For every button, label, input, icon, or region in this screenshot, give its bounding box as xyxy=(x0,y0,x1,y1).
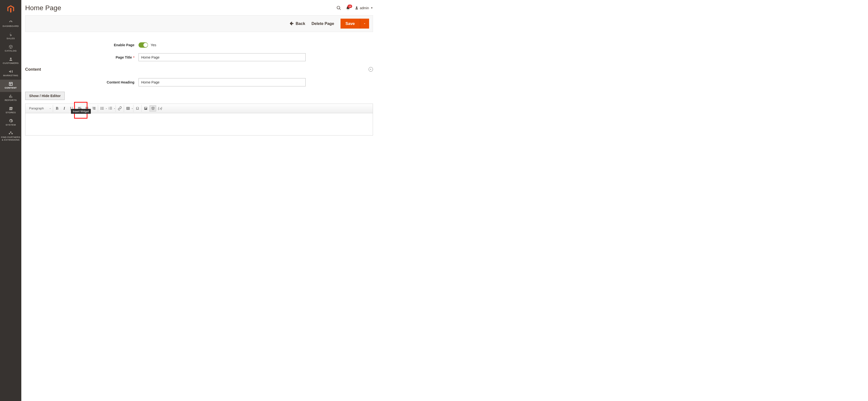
action-bar: Back Delete Page Save xyxy=(25,15,373,32)
sidebar-item-reports[interactable]: REPORTS xyxy=(0,92,21,104)
svg-rect-5 xyxy=(102,109,104,110)
enable-page-toggle[interactable] xyxy=(138,42,148,48)
sidebar-item-content[interactable]: CONTENT xyxy=(0,79,21,92)
delete-page-button[interactable]: Delete Page xyxy=(311,21,334,26)
save-button-group: Save xyxy=(341,19,369,29)
sidebar-item-customers[interactable]: CUSTOMERS xyxy=(0,55,21,67)
user-name: admin xyxy=(360,6,369,10)
chevron-down-icon: ▼ xyxy=(371,6,373,9)
chevron-down-icon xyxy=(50,108,51,109)
megaphone-icon xyxy=(0,69,21,74)
chart-icon xyxy=(0,94,21,99)
content-heading-label: Content Heading xyxy=(25,80,139,84)
sidebar-item-label: SALES xyxy=(0,37,21,40)
required-marker: * xyxy=(133,56,134,59)
show-hide-editor-button[interactable]: Show / Hide Editor xyxy=(25,92,65,100)
image-icon xyxy=(144,106,148,110)
dollar-icon xyxy=(0,32,21,37)
svg-point-0 xyxy=(100,107,101,108)
table-button[interactable] xyxy=(125,105,131,111)
store-icon xyxy=(0,106,21,111)
table-icon xyxy=(126,106,130,110)
user-menu[interactable]: admin ▼ xyxy=(354,6,373,10)
sidebar-item-catalog[interactable]: CATALOG xyxy=(0,43,21,55)
content-section-header[interactable]: Content xyxy=(25,67,373,72)
blocks-icon xyxy=(0,131,21,136)
insert-widget-button[interactable] xyxy=(149,105,156,111)
save-button[interactable]: Save xyxy=(341,19,360,29)
svg-rect-3 xyxy=(102,108,104,108)
insert-variable-button[interactable]: {𝑥} xyxy=(157,105,163,111)
chevron-down-icon[interactable] xyxy=(114,108,115,109)
header-actions: 13 admin ▼ xyxy=(336,6,373,10)
form-area: Enable Page Yes Page Title* Content Cont… xyxy=(25,32,373,140)
sidebar-item-label: CONTENT xyxy=(0,87,21,89)
enable-page-row: Enable Page Yes xyxy=(25,42,373,48)
paragraph-format-select[interactable]: Paragraph xyxy=(27,106,52,111)
bullet-list-button[interactable] xyxy=(99,105,105,111)
page-title-label: Page Title* xyxy=(25,56,139,59)
insert-image-button[interactable] xyxy=(143,105,149,111)
svg-point-4 xyxy=(100,109,101,110)
special-char-button[interactable]: Ω xyxy=(134,105,141,111)
user-icon xyxy=(354,6,359,10)
widget-icon xyxy=(151,106,155,110)
box-icon xyxy=(0,44,21,49)
notification-badge: 13 xyxy=(347,5,352,8)
svg-rect-11 xyxy=(110,109,112,109)
collapse-button[interactable] xyxy=(369,67,373,71)
sidebar-item-find-partners[interactable]: FIND PARTNERS & EXTENSIONS xyxy=(0,129,21,144)
sidebar-item-marketing[interactable]: MARKETING xyxy=(0,67,21,79)
svg-text:3: 3 xyxy=(109,109,110,110)
page-title: Home Page xyxy=(25,4,61,12)
page-header: Home Page 13 admin ▼ xyxy=(25,0,373,15)
chevron-down-icon[interactable] xyxy=(106,108,107,109)
chevron-up-icon xyxy=(370,68,372,70)
sidebar-item-stores[interactable]: STORES xyxy=(0,104,21,116)
sidebar-item-label: STORES xyxy=(0,111,21,114)
svg-point-2 xyxy=(100,108,101,109)
chevron-down-icon[interactable] xyxy=(132,108,133,109)
wysiwyg-editor: Paragraph B I U 123 xyxy=(25,104,373,135)
bold-button[interactable]: B xyxy=(54,105,61,111)
arrow-left-icon xyxy=(289,21,294,26)
sidebar-item-label: REPORTS xyxy=(0,99,21,102)
sidebar-item-label: SYSTEM xyxy=(0,124,21,126)
sidebar-item-sales[interactable]: SALES xyxy=(0,30,21,43)
notifications-button[interactable]: 13 xyxy=(346,6,350,10)
sidebar-item-label: CATALOG xyxy=(0,49,21,52)
save-dropdown-button[interactable] xyxy=(360,19,369,29)
sidebar-item-system[interactable]: SYSTEM xyxy=(0,116,21,129)
content-heading-row: Content Heading xyxy=(25,78,373,87)
search-icon xyxy=(336,6,341,10)
italic-button[interactable]: I xyxy=(61,105,68,111)
search-button[interactable] xyxy=(336,6,341,10)
back-button[interactable]: Back xyxy=(289,21,305,26)
svg-rect-1 xyxy=(102,107,104,107)
chevron-down-icon xyxy=(363,22,366,25)
bullet-list-icon xyxy=(100,106,104,110)
sidebar-item-label: MARKETING xyxy=(0,74,21,77)
gear-icon xyxy=(0,119,21,123)
page-title-row: Page Title* xyxy=(25,53,373,62)
main-content: Home Page 13 admin ▼ Back Delete Page xyxy=(21,0,377,140)
numbered-list-icon: 123 xyxy=(108,106,113,110)
layout-icon xyxy=(0,81,21,86)
sidebar-item-label: CUSTOMERS xyxy=(0,62,21,65)
admin-sidebar: DASHBOARD SALES CATALOG CUSTOMERS MARKET… xyxy=(0,0,21,174)
content-heading-input[interactable] xyxy=(138,78,306,87)
sidebar-item-dashboard[interactable]: DASHBOARD xyxy=(0,18,21,30)
align-right-icon xyxy=(92,106,96,110)
sidebar-item-label: FIND PARTNERS & EXTENSIONS xyxy=(0,136,21,141)
align-right-button[interactable] xyxy=(91,105,97,111)
page-title-input[interactable] xyxy=(138,53,306,62)
sidebar-item-label: DASHBOARD xyxy=(0,25,21,28)
content-section-title: Content xyxy=(25,67,41,72)
person-icon xyxy=(0,57,21,62)
enable-page-value: Yes xyxy=(151,43,156,47)
editor-content-area[interactable] xyxy=(25,113,373,135)
link-button[interactable] xyxy=(117,105,123,111)
magento-logo[interactable] xyxy=(0,0,21,18)
numbered-list-button[interactable]: 123 xyxy=(107,105,114,111)
link-icon xyxy=(118,106,122,110)
